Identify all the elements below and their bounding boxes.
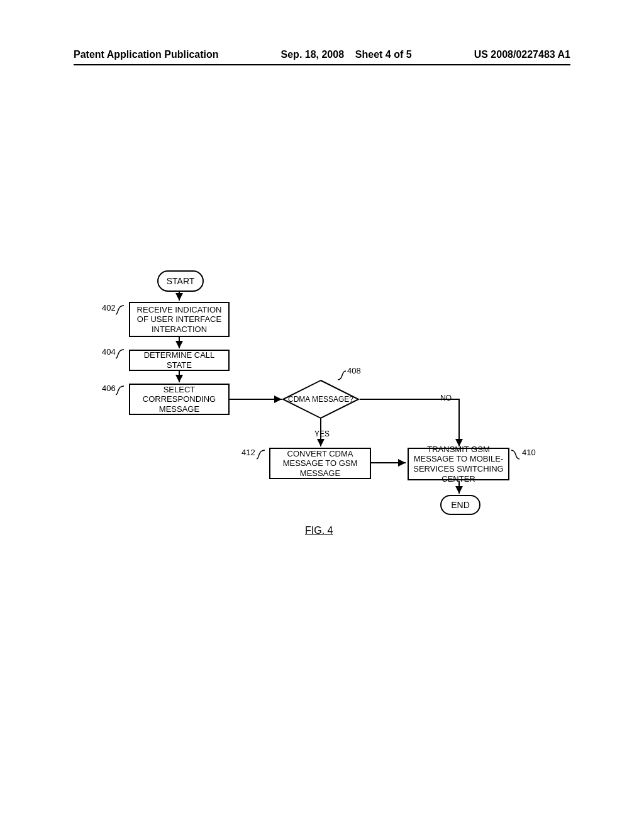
terminator-end: END (440, 495, 480, 515)
step-404: DETERMINE CALL STATE (129, 350, 230, 371)
edge-no-label: NO (440, 394, 452, 402)
ref-408: 408 (347, 366, 361, 375)
step-406: SELECT CORRESPONDING MESSAGE (129, 384, 230, 415)
step-412: CONVERT CDMA MESSAGE TO GSM MESSAGE (269, 448, 371, 479)
edge-yes-label: YES (314, 429, 330, 438)
ref-402: 402 (102, 303, 116, 313)
ref-406: 406 (102, 384, 116, 393)
figure-label: FIG. 4 (305, 525, 333, 536)
page-header: Patent Application Publication Sep. 18, … (74, 49, 570, 65)
ref-410: 410 (522, 448, 536, 457)
decision-408: CDMA MESSAGE? (283, 380, 358, 418)
publication-number: US 2008/0227483 A1 (474, 49, 570, 60)
sheet-number: Sheet 4 of 5 (355, 49, 412, 60)
terminator-start: START (157, 270, 204, 292)
ref-404: 404 (102, 347, 116, 357)
decision-408-label: CDMA MESSAGE? (283, 380, 358, 418)
step-410: TRANSMIT GSM MESSAGE TO MOBILE-SERVICES … (408, 448, 509, 480)
publication-date: Sep. 18, 2008 (281, 49, 345, 60)
publication-label: Patent Application Publication (74, 49, 219, 60)
step-402: RECEIVE INDICATION OF USER INTERFACE INT… (129, 302, 230, 337)
ref-412: 412 (242, 448, 255, 457)
